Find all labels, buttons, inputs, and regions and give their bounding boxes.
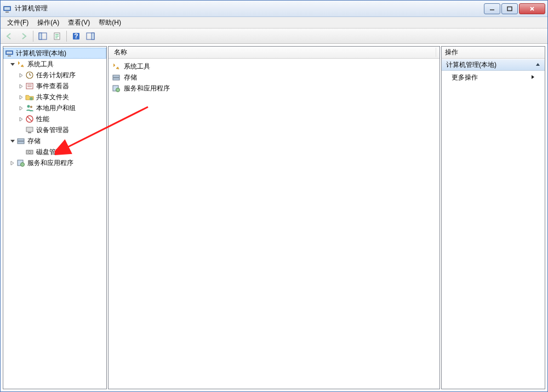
tree-event-viewer[interactable]: 事件查看器 [3,81,106,92]
menu-help[interactable]: 帮助(H) [94,17,125,29]
tree-label: 本地用户和组 [36,104,76,113]
tree-root[interactable]: 计算机管理(本地) [3,48,106,59]
collapse-icon[interactable] [9,61,15,67]
tree-services-apps[interactable]: 服务和应用程序 [3,157,106,168]
list-header[interactable]: 名称 [109,47,439,59]
maximize-button[interactable] [501,3,518,14]
tree-label: 系统工具 [27,60,54,69]
list-item[interactable]: 系统工具 [110,61,438,72]
expand-icon[interactable] [18,72,24,78]
list-item-label: 系统工具 [124,62,150,71]
tree-storage[interactable]: 存储 [3,135,106,146]
storage-icon [16,137,25,145]
tree-label: 设备管理器 [36,126,69,135]
expand-icon[interactable] [18,83,24,89]
users-icon [25,104,34,112]
expand-icon[interactable] [18,105,24,111]
back-button[interactable] [3,30,16,43]
list-item[interactable]: 存储 [110,72,438,83]
svg-rect-31 [113,78,119,80]
navigation-tree[interactable]: 计算机管理(本地) 系统工具 任务计划程序 事件查看器 [3,47,106,389]
svg-point-18 [30,97,33,100]
expand-icon[interactable] [18,94,24,100]
tree-disk-management[interactable]: 磁盘管理 [3,146,106,157]
actions-panel: 操作 计算机管理(本地) 更多操作 [441,46,545,389]
svg-rect-5 [39,33,42,39]
tree-device-manager[interactable]: 设备管理器 [3,124,106,135]
tree-shared-folders[interactable]: 共享文件夹 [3,92,106,103]
tree-label: 性能 [36,115,49,124]
performance-icon [25,115,34,123]
shared-folder-icon [25,93,34,101]
menu-action[interactable]: 操作(A) [33,17,64,29]
list-body: 系统工具 存储 服务和应用程序 [109,59,439,389]
list-item-label: 存储 [124,73,137,82]
list-item-label: 服务和应用程序 [124,84,170,93]
collapse-icon[interactable] [9,138,15,144]
svg-rect-12 [7,52,12,54]
app-icon [3,4,12,13]
action-group-header[interactable]: 计算机管理(本地) [442,59,545,71]
properties-button[interactable] [50,30,64,43]
tree-label: 服务和应用程序 [27,158,73,168]
list-panel: 名称 系统工具 存储 服务和应用程序 [108,46,440,389]
services-icon [16,158,25,167]
window-controls [483,3,545,14]
svg-rect-23 [28,132,31,133]
svg-rect-25 [18,141,24,144]
svg-rect-30 [113,75,119,77]
svg-point-29 [21,163,25,167]
titlebar: 计算机管理 [1,1,547,17]
close-button[interactable] [519,3,545,14]
window-title: 计算机管理 [15,4,483,13]
tree-label: 任务计划程序 [36,71,76,80]
computer-icon [5,49,14,58]
action-label: 更多操作 [452,73,478,82]
menu-view[interactable]: 查看(V) [64,17,94,29]
svg-rect-24 [18,139,24,141]
device-manager-icon [25,126,34,134]
svg-rect-2 [5,12,9,13]
tools-icon [16,60,25,69]
storage-icon [112,73,121,82]
toolbar-separator [66,31,67,42]
column-name[interactable]: 名称 [112,48,436,57]
svg-rect-17 [26,83,33,89]
svg-text:?: ? [74,32,78,40]
expand-icon[interactable] [9,160,15,166]
event-viewer-icon [25,82,34,90]
tree-label: 事件查看器 [36,82,69,91]
menubar: 文件(F) 操作(A) 查看(V) 帮助(H) [1,17,547,29]
disk-icon [25,147,34,156]
svg-rect-3 [507,7,512,10]
actions-body: 计算机管理(本地) 更多操作 [442,59,545,389]
tree-system-tools[interactable]: 系统工具 [3,59,106,70]
tree-panel: 计算机管理(本地) 系统工具 任务计划程序 事件查看器 [3,46,107,389]
show-hide-action-button[interactable] [84,30,97,43]
minimize-button[interactable] [484,3,500,14]
svg-rect-13 [8,55,11,56]
tree-label: 磁盘管理 [36,147,62,157]
tools-icon [112,62,121,71]
clock-icon [25,71,34,79]
tree-task-scheduler[interactable]: 任务计划程序 [3,70,106,81]
services-icon [112,84,121,93]
menu-file[interactable]: 文件(F) [3,17,33,29]
tree-label: 共享文件夹 [36,93,69,102]
tree-local-users[interactable]: 本地用户和组 [3,103,106,113]
show-hide-tree-button[interactable] [36,30,49,43]
tree-label: 计算机管理(本地) [16,49,66,58]
forward-button[interactable] [17,30,30,43]
expand-icon[interactable] [18,116,24,122]
action-more[interactable]: 更多操作 [442,71,545,84]
tree-label: 存储 [27,137,41,146]
svg-point-27 [28,151,31,154]
svg-point-19 [27,105,30,108]
action-group-title: 计算机管理(本地) [446,60,496,70]
list-item[interactable]: 服务和应用程序 [110,83,438,94]
svg-rect-1 [4,7,10,10]
tree-performance[interactable]: 性能 [3,113,106,124]
svg-rect-10 [92,33,94,39]
collapse-triangle-icon [535,61,540,69]
help-button[interactable]: ? [70,30,83,43]
